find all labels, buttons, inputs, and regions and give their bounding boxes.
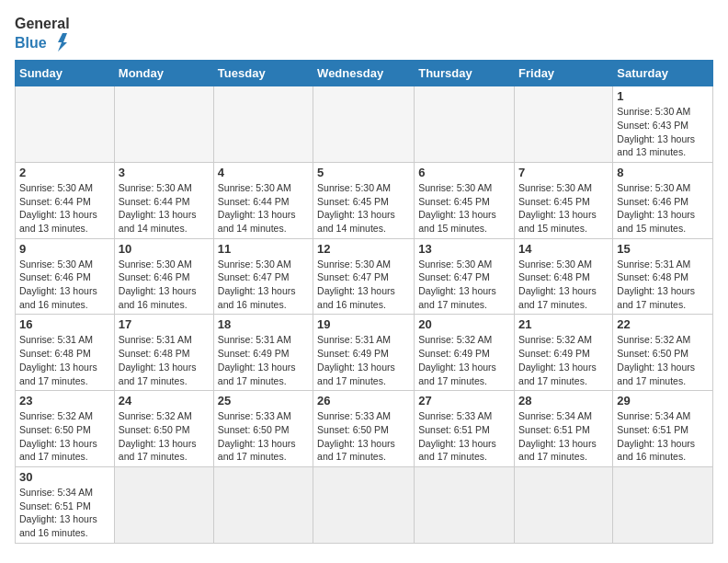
day-info: Sunrise: 5:31 AM Sunset: 6:48 PM Dayligh… [617, 258, 709, 312]
calendar-cell: 23Sunrise: 5:32 AM Sunset: 6:50 PM Dayli… [16, 391, 115, 467]
calendar-cell [515, 86, 613, 163]
logo-text-block: General Blue [15, 15, 71, 52]
day-number: 10 [119, 242, 210, 256]
day-number: 21 [518, 317, 609, 331]
calendar-cell: 16Sunrise: 5:31 AM Sunset: 6:48 PM Dayli… [16, 315, 115, 391]
day-number: 24 [119, 394, 210, 408]
calendar-week-row: 2Sunrise: 5:30 AM Sunset: 6:44 PM Daylig… [16, 162, 713, 238]
day-info: Sunrise: 5:33 AM Sunset: 6:50 PM Dayligh… [218, 409, 309, 464]
day-number: 5 [317, 166, 410, 179]
day-number: 18 [218, 317, 309, 331]
calendar-cell: 26Sunrise: 5:33 AM Sunset: 6:50 PM Dayli… [313, 391, 415, 467]
day-info: Sunrise: 5:34 AM Sunset: 6:51 PM Dayligh… [518, 409, 609, 464]
calendar-cell: 17Sunrise: 5:31 AM Sunset: 6:48 PM Dayli… [114, 315, 213, 391]
calendar-week-row: 9Sunrise: 5:30 AM Sunset: 6:46 PM Daylig… [16, 238, 713, 315]
calendar-cell: 2Sunrise: 5:30 AM Sunset: 6:44 PM Daylig… [16, 162, 115, 238]
day-number: 17 [119, 317, 210, 331]
header: General Blue [15, 15, 713, 52]
weekday-header-tuesday: Tuesday [213, 61, 313, 86]
calendar-cell: 6Sunrise: 5:30 AM Sunset: 6:45 PM Daylig… [415, 162, 515, 238]
day-info: Sunrise: 5:30 AM Sunset: 6:44 PM Dayligh… [19, 181, 110, 236]
day-number: 6 [418, 166, 510, 179]
calendar-cell: 22Sunrise: 5:32 AM Sunset: 6:50 PM Dayli… [613, 315, 713, 391]
day-number: 15 [617, 242, 709, 256]
calendar-cell [16, 86, 115, 163]
day-info: Sunrise: 5:30 AM Sunset: 6:47 PM Dayligh… [317, 258, 410, 312]
calendar-cell: 1Sunrise: 5:30 AM Sunset: 6:43 PM Daylig… [613, 86, 713, 163]
calendar-cell: 8Sunrise: 5:30 AM Sunset: 6:46 PM Daylig… [613, 162, 713, 238]
calendar-cell: 10Sunrise: 5:30 AM Sunset: 6:46 PM Dayli… [114, 238, 213, 315]
calendar-cell: 3Sunrise: 5:30 AM Sunset: 6:44 PM Daylig… [114, 162, 213, 238]
day-number: 23 [19, 394, 110, 408]
day-info: Sunrise: 5:30 AM Sunset: 6:46 PM Dayligh… [119, 258, 210, 312]
day-number: 14 [518, 242, 609, 256]
day-info: Sunrise: 5:30 AM Sunset: 6:47 PM Dayligh… [418, 258, 510, 312]
day-info: Sunrise: 5:32 AM Sunset: 6:49 PM Dayligh… [418, 333, 510, 387]
day-number: 19 [317, 317, 410, 331]
calendar-cell [415, 466, 515, 543]
day-info: Sunrise: 5:30 AM Sunset: 6:45 PM Dayligh… [317, 181, 410, 236]
logo-general: General [15, 15, 71, 32]
day-info: Sunrise: 5:34 AM Sunset: 6:51 PM Dayligh… [617, 409, 709, 464]
day-number: 8 [617, 166, 709, 179]
calendar-cell [313, 86, 415, 163]
calendar-cell: 11Sunrise: 5:30 AM Sunset: 6:47 PM Dayli… [213, 238, 313, 315]
weekday-header-wednesday: Wednesday [313, 61, 415, 86]
day-info: Sunrise: 5:30 AM Sunset: 6:46 PM Dayligh… [19, 258, 110, 312]
calendar-cell: 19Sunrise: 5:31 AM Sunset: 6:49 PM Dayli… [313, 315, 415, 391]
day-info: Sunrise: 5:30 AM Sunset: 6:46 PM Dayligh… [617, 181, 709, 236]
day-info: Sunrise: 5:30 AM Sunset: 6:43 PM Dayligh… [617, 105, 709, 159]
day-info: Sunrise: 5:30 AM Sunset: 6:48 PM Dayligh… [518, 258, 609, 312]
day-number: 16 [19, 317, 110, 331]
day-number: 22 [617, 317, 709, 331]
calendar-cell: 4Sunrise: 5:30 AM Sunset: 6:44 PM Daylig… [213, 162, 313, 238]
calendar-cell: 13Sunrise: 5:30 AM Sunset: 6:47 PM Dayli… [415, 238, 515, 315]
day-number: 29 [617, 394, 709, 408]
day-info: Sunrise: 5:31 AM Sunset: 6:48 PM Dayligh… [119, 333, 210, 387]
day-info: Sunrise: 5:31 AM Sunset: 6:49 PM Dayligh… [317, 333, 410, 387]
calendar-cell [114, 466, 213, 543]
day-number: 2 [19, 166, 110, 179]
day-info: Sunrise: 5:32 AM Sunset: 6:50 PM Dayligh… [19, 409, 110, 464]
calendar-week-row: 1Sunrise: 5:30 AM Sunset: 6:43 PM Daylig… [16, 86, 713, 163]
day-number: 7 [518, 166, 609, 179]
day-info: Sunrise: 5:30 AM Sunset: 6:45 PM Dayligh… [518, 181, 609, 236]
calendar-cell: 27Sunrise: 5:33 AM Sunset: 6:51 PM Dayli… [415, 391, 515, 467]
calendar-cell: 29Sunrise: 5:34 AM Sunset: 6:51 PM Dayli… [613, 391, 713, 467]
calendar-table: SundayMondayTuesdayWednesdayThursdayFrid… [15, 60, 713, 544]
day-info: Sunrise: 5:30 AM Sunset: 6:44 PM Dayligh… [119, 181, 210, 236]
day-info: Sunrise: 5:30 AM Sunset: 6:47 PM Dayligh… [218, 258, 309, 312]
day-info: Sunrise: 5:32 AM Sunset: 6:50 PM Dayligh… [617, 333, 709, 387]
day-info: Sunrise: 5:34 AM Sunset: 6:51 PM Dayligh… [19, 486, 110, 540]
calendar-cell: 14Sunrise: 5:30 AM Sunset: 6:48 PM Dayli… [515, 238, 613, 315]
day-info: Sunrise: 5:33 AM Sunset: 6:51 PM Dayligh… [418, 409, 510, 464]
day-number: 28 [518, 394, 609, 408]
calendar-week-row: 30Sunrise: 5:34 AM Sunset: 6:51 PM Dayli… [16, 466, 713, 543]
day-info: Sunrise: 5:33 AM Sunset: 6:50 PM Dayligh… [317, 409, 410, 464]
day-number: 12 [317, 242, 410, 256]
svg-marker-0 [58, 33, 67, 52]
calendar-cell [515, 466, 613, 543]
calendar-cell: 7Sunrise: 5:30 AM Sunset: 6:45 PM Daylig… [515, 162, 613, 238]
calendar-cell: 24Sunrise: 5:32 AM Sunset: 6:50 PM Dayli… [114, 391, 213, 467]
day-number: 13 [418, 242, 510, 256]
day-number: 25 [218, 394, 309, 408]
weekday-header-row: SundayMondayTuesdayWednesdayThursdayFrid… [16, 61, 713, 86]
logo-blue: Blue [15, 34, 47, 52]
calendar-cell: 12Sunrise: 5:30 AM Sunset: 6:47 PM Dayli… [313, 238, 415, 315]
day-info: Sunrise: 5:32 AM Sunset: 6:49 PM Dayligh… [518, 333, 609, 387]
day-number: 30 [19, 470, 110, 484]
day-info: Sunrise: 5:31 AM Sunset: 6:48 PM Dayligh… [19, 333, 110, 387]
day-info: Sunrise: 5:31 AM Sunset: 6:49 PM Dayligh… [218, 333, 309, 387]
day-number: 26 [317, 394, 410, 408]
day-number: 4 [218, 166, 309, 179]
calendar-cell [114, 86, 213, 163]
calendar-cell: 15Sunrise: 5:31 AM Sunset: 6:48 PM Dayli… [613, 238, 713, 315]
logo-bolt-icon [51, 32, 71, 52]
day-info: Sunrise: 5:30 AM Sunset: 6:44 PM Dayligh… [218, 181, 309, 236]
day-number: 1 [617, 89, 709, 103]
weekday-header-thursday: Thursday [415, 61, 515, 86]
calendar-week-row: 23Sunrise: 5:32 AM Sunset: 6:50 PM Dayli… [16, 391, 713, 467]
calendar-cell: 9Sunrise: 5:30 AM Sunset: 6:46 PM Daylig… [16, 238, 115, 315]
day-info: Sunrise: 5:32 AM Sunset: 6:50 PM Dayligh… [119, 409, 210, 464]
